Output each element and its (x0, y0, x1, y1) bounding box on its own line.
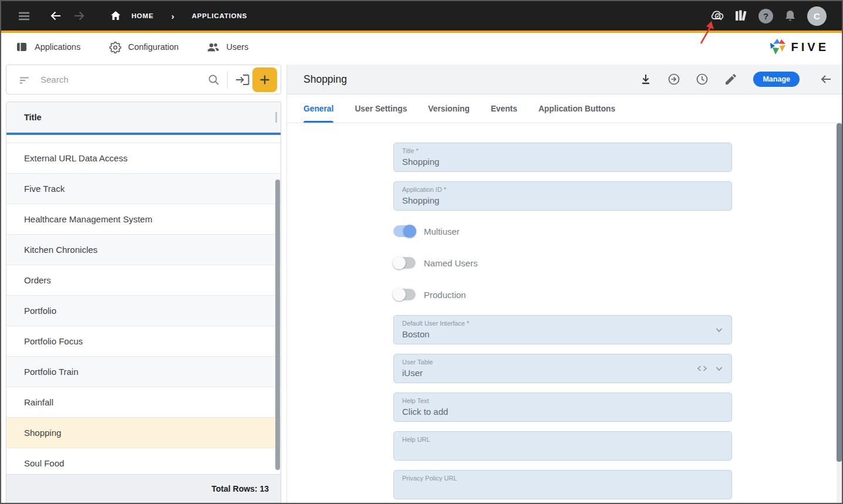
module-tab-users[interactable]: Users (207, 40, 248, 53)
detail-tab-bar: GeneralUser SettingsVersioningEventsAppl… (287, 94, 842, 123)
forward-arrow-icon[interactable] (72, 8, 87, 23)
detail-panel: Shopping Manage General (286, 65, 842, 503)
list-item-title: Portfolio Focus (24, 336, 83, 346)
collapse-icon[interactable] (818, 72, 834, 87)
field-label: Application ID * (402, 186, 723, 193)
history-icon[interactable] (694, 72, 710, 87)
list-item-title: Portfolio (24, 306, 56, 316)
five-logo: FIVE (770, 38, 829, 56)
manage-button[interactable]: Manage (753, 72, 800, 87)
list-column-header[interactable]: Title (6, 102, 281, 133)
list-item[interactable]: Healthcare Management System (6, 204, 281, 235)
field-label: Help URL (402, 436, 723, 443)
enter-icon[interactable] (666, 72, 682, 87)
detail-tab-versioning[interactable]: Versioning (428, 94, 470, 123)
search-icon[interactable] (206, 72, 221, 87)
library-icon[interactable] (734, 8, 749, 23)
notifications-icon[interactable] (783, 8, 798, 23)
user-table-select[interactable]: User Table iUser (393, 354, 732, 383)
multiuser-toggle[interactable] (393, 225, 416, 237)
general-form: Title * Shopping Application ID * Shoppi… (393, 143, 732, 499)
column-resize-handle[interactable] (275, 112, 277, 123)
list-item[interactable]: Shopping (6, 418, 281, 448)
list-item-title: Five Track (24, 184, 65, 194)
field-value: Shopping (402, 195, 723, 205)
search-input[interactable] (41, 75, 206, 84)
total-rows-label: Total Rows: 13 (211, 484, 269, 493)
app-window: HOME › APPLICATIONS ? (0, 0, 843, 504)
field-value: Shopping (402, 157, 723, 167)
users-icon (207, 40, 220, 53)
five-logo-text: FIVE (791, 40, 829, 54)
back-arrow-icon[interactable] (48, 8, 63, 23)
module-tab-applications[interactable]: Applications (15, 40, 80, 53)
list-item-title: Orders (24, 275, 51, 285)
five-logo-pinwheel-icon (770, 38, 787, 56)
module-tab-bar: ApplicationsConfigurationUsers (15, 33, 248, 61)
list-item[interactable]: External URL Data Access (6, 143, 281, 174)
detail-tab-general[interactable]: General (304, 94, 333, 123)
list-item-title: Shopping (24, 428, 61, 438)
help-text-field[interactable]: Help Text Click to add (393, 393, 732, 422)
breadcrumb-chevron-icon: › (171, 11, 174, 21)
detail-scrollbar[interactable] (837, 123, 842, 462)
field-label: Title * (402, 147, 723, 154)
list-item[interactable]: Orders (6, 265, 281, 296)
named-users-toggle[interactable] (393, 257, 416, 269)
avatar[interactable]: C (807, 6, 827, 26)
detail-title: Shopping (304, 73, 347, 86)
breadcrumb-home[interactable]: HOME (131, 12, 154, 19)
list-item-title: Kitchen Chronicles (24, 245, 97, 255)
filter-icon[interactable] (17, 72, 32, 87)
field-label: User Table (402, 358, 723, 366)
hamburger-menu-icon[interactable] (16, 8, 32, 23)
named-users-toggle-row: Named Users (393, 255, 732, 271)
divider (227, 72, 228, 88)
multiuser-toggle-row: Multiuser (393, 223, 732, 239)
add-icon (258, 73, 272, 87)
detail-tab-user-settings[interactable]: User Settings (355, 94, 407, 123)
chevron-down-icon[interactable] (714, 363, 724, 374)
title-field[interactable]: Title * Shopping (393, 143, 732, 172)
field-label: Default User Interface * (402, 320, 723, 327)
list-item[interactable]: Portfolio Focus (6, 326, 281, 357)
help-url-field[interactable]: Help URL (393, 431, 732, 461)
gear-icon (109, 40, 122, 53)
production-toggle[interactable] (393, 289, 416, 300)
list-item[interactable]: Portfolio (6, 296, 281, 326)
detail-header: Shopping Manage (287, 65, 842, 94)
list-scrollbar[interactable] (275, 180, 280, 470)
list-item[interactable]: Kitchen Chronicles (6, 235, 281, 265)
module-tab-configuration[interactable]: Configuration (109, 40, 178, 53)
home-icon[interactable] (108, 8, 123, 23)
list-item[interactable]: Portfolio Train (6, 357, 281, 387)
toggle-label: Named Users (424, 258, 478, 268)
toggle-label: Multiuser (424, 226, 460, 236)
default-user-interface-select[interactable]: Default User Interface * Boston (393, 315, 732, 344)
list-item-title: Rainfall (24, 397, 53, 407)
field-label: Help Text (402, 397, 723, 404)
list-item-partial[interactable] (6, 135, 281, 143)
privacy-policy-url-field[interactable]: Privacy Policy URL (393, 470, 732, 499)
module-tab-label: Applications (35, 42, 80, 52)
production-toggle-row: Production (393, 286, 732, 303)
list-item-title: Soul Food (24, 458, 64, 468)
help-icon[interactable]: ? (758, 9, 773, 23)
edit-icon[interactable] (723, 72, 738, 87)
list-item-title: Portfolio Train (24, 367, 79, 377)
field-value: Boston (402, 329, 723, 339)
list-item[interactable]: Rainfall (6, 387, 281, 418)
chevron-down-icon[interactable] (714, 324, 724, 335)
detail-scrollbar-track[interactable] (837, 123, 842, 503)
detail-tab-application-buttons[interactable]: Application Buttons (538, 94, 615, 123)
applications-list: Title External URL Data AccessFive Track… (6, 102, 281, 503)
add-record-button[interactable] (252, 67, 277, 92)
list-item-title: Healthcare Management System (24, 214, 152, 224)
download-icon[interactable] (638, 72, 653, 87)
application-id-field[interactable]: Application ID * Shopping (393, 181, 732, 211)
code-icon[interactable] (696, 363, 708, 374)
detail-tab-events[interactable]: Events (491, 94, 517, 123)
annotation-arrow (696, 18, 720, 46)
import-icon[interactable] (234, 72, 251, 87)
list-item[interactable]: Five Track (6, 174, 281, 204)
